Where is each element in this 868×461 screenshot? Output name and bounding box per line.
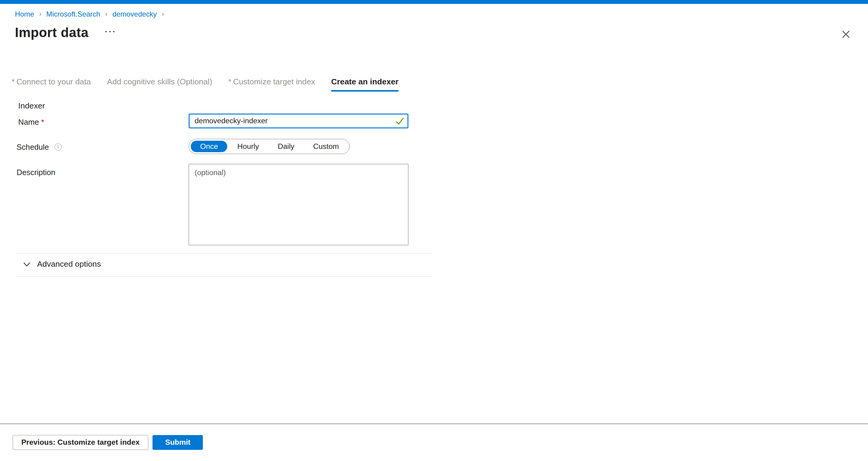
schedule-label-text: Schedule [17,143,49,152]
schedule-option-daily[interactable]: Daily [268,141,304,152]
schedule-option-hourly[interactable]: Hourly [228,141,268,152]
tab-label: Customize target index [233,77,315,86]
chevron-down-icon [23,262,30,267]
schedule-field-label: Schedule i [17,143,61,152]
description-textarea[interactable] [189,164,408,245]
name-label-text: Name [19,118,39,126]
breadcrumb-separator-icon: › [39,9,41,19]
tab-required-mark: * [12,77,15,86]
wizard-tabs: *Connect to your data Add cognitive skil… [12,76,399,92]
import-data-page: Home › Microsoft.Search › demovedecky › … [0,0,868,461]
tab-label: Connect to your data [16,77,91,86]
required-asterisk: * [41,118,44,126]
schedule-toggle-group: Once Hourly Daily Custom [189,139,350,154]
breadcrumb-link-home[interactable]: Home [15,9,34,19]
description-field-label: Description [17,168,56,177]
name-field-label: Name* [19,118,44,127]
footer-divider [0,423,868,424]
advanced-options-toggle[interactable]: Advanced options [23,259,101,269]
portal-top-accent-bar [0,0,868,4]
schedule-option-custom[interactable]: Custom [304,141,348,152]
tab-label: Create an indexer [331,77,398,86]
breadcrumb: Home › Microsoft.Search › demovedecky › [15,9,164,19]
previous-step-button[interactable]: Previous: Customize target index [13,435,148,450]
breadcrumb-link-microsoft-search[interactable]: Microsoft.Search [46,9,100,19]
ellipsis-icon: ··· [105,27,117,36]
indexer-section-label: Indexer [19,101,45,111]
advanced-options-divider-bottom [17,276,432,277]
page-title: Import data [15,25,89,40]
indexer-name-input[interactable] [189,114,408,129]
tab-add-cognitive-skills[interactable]: Add cognitive skills (Optional) [107,76,212,92]
submit-button[interactable]: Submit [153,435,203,450]
schedule-option-once[interactable]: Once [191,141,227,152]
tab-create-an-indexer[interactable]: Create an indexer [331,76,398,92]
breadcrumb-separator-icon: › [105,9,107,19]
tab-customize-target-index[interactable]: *Customize target index [228,76,315,92]
advanced-options-label: Advanced options [37,259,101,269]
close-button[interactable] [839,28,852,41]
tab-connect-to-your-data[interactable]: *Connect to your data [12,76,91,92]
tab-label: Add cognitive skills (Optional) [107,77,212,86]
footer-buttons: Previous: Customize target index Submit [13,435,203,450]
name-input-wrap [189,114,408,129]
more-actions-button[interactable]: ··· [103,27,119,38]
breadcrumb-separator-icon: › [162,9,164,19]
breadcrumb-link-demovedecky[interactable]: demovedecky [113,9,157,19]
close-icon [842,30,850,38]
tab-required-mark: * [228,77,231,86]
info-icon[interactable]: i [55,144,62,151]
advanced-options-divider-top [17,253,432,254]
